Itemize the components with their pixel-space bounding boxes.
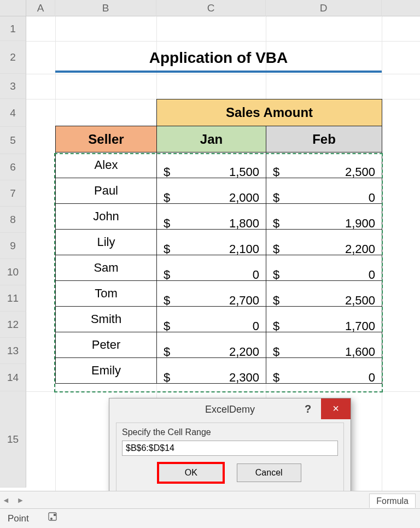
row-header-3[interactable]: 3 — [0, 74, 26, 99]
sheet-tab[interactable]: Formula — [369, 494, 416, 508]
jan-cell[interactable]: $2,000 — [157, 178, 266, 204]
row-header-12[interactable]: 12 — [0, 312, 26, 338]
feb-cell[interactable]: $1,900 — [266, 204, 382, 230]
ok-button[interactable]: OK — [159, 464, 223, 482]
row-header-5[interactable]: 5 — [0, 127, 26, 154]
table-row: Sam$0$0 — [56, 255, 382, 281]
macro-record-icon[interactable] — [48, 509, 59, 528]
row-header-1[interactable]: 1 — [0, 16, 26, 41]
table-row: Lily$2,100$2,200 — [56, 230, 382, 255]
status-mode: Point — [8, 513, 29, 524]
seller-cell[interactable]: Peter — [56, 332, 157, 358]
cell-range-input[interactable] — [122, 441, 338, 456]
sheet-tab-bar: ◄ ► Formula — [0, 491, 420, 508]
column-header-row: A B C D — [0, 0, 420, 16]
row-header-13[interactable]: 13 — [0, 338, 26, 364]
feb-cell[interactable]: $2,200 — [266, 230, 382, 255]
table-row: John$1,800$1,900 — [56, 204, 382, 230]
seller-cell[interactable]: Alex — [56, 152, 157, 178]
select-all-corner[interactable] — [0, 0, 26, 16]
input-dialog: ExcelDemy ? × Specify the Cell Range OK … — [109, 398, 351, 498]
row-header-9[interactable]: 9 — [0, 233, 26, 259]
svg-rect-2 — [54, 514, 56, 516]
seller-cell[interactable]: Smith — [56, 307, 157, 332]
seller-cell[interactable]: Sam — [56, 255, 157, 281]
seller-cell[interactable]: Tom — [56, 281, 157, 307]
feb-cell[interactable]: $0 — [266, 255, 382, 281]
table-row: Emily$2,300$0 — [56, 358, 382, 384]
svg-point-1 — [50, 518, 52, 520]
cancel-button[interactable]: Cancel — [237, 464, 301, 482]
dialog-close-button[interactable]: × — [321, 398, 351, 419]
table-row: Smith$0$1,700 — [56, 307, 382, 332]
header-seller: Seller — [56, 126, 157, 152]
row-header-4[interactable]: 4 — [0, 99, 26, 127]
col-header-B[interactable]: B — [55, 0, 156, 16]
sheet-nav-next-icon[interactable]: ► — [14, 491, 26, 509]
row-header-14[interactable]: 14 — [0, 364, 26, 391]
seller-cell[interactable]: Emily — [56, 358, 157, 384]
feb-cell[interactable]: $1,700 — [266, 307, 382, 332]
jan-cell[interactable]: $1,800 — [157, 204, 266, 230]
seller-cell[interactable]: John — [56, 204, 157, 230]
col-header-D[interactable]: D — [266, 0, 382, 16]
col-header-A[interactable]: A — [26, 0, 55, 16]
table-row: Peter$2,200$1,600 — [56, 332, 382, 358]
row-header-10[interactable]: 10 — [0, 259, 26, 285]
feb-cell[interactable]: $2,500 — [266, 281, 382, 307]
dialog-title: ExcelDemy ? × — [109, 398, 351, 420]
jan-cell[interactable]: $2,200 — [157, 332, 266, 358]
data-table: Sales Amount Seller Jan Feb Alex$1,500$2… — [55, 99, 382, 384]
row-header-8[interactable]: 8 — [0, 207, 26, 233]
dialog-label: Specify the Cell Range — [122, 427, 338, 437]
header-feb: Feb — [266, 126, 382, 152]
jan-cell[interactable]: $1,500 — [157, 152, 266, 178]
header-jan: Jan — [157, 126, 266, 152]
seller-cell[interactable]: Paul — [56, 178, 157, 204]
row-header-15[interactable]: 15 — [0, 391, 26, 488]
seller-cell[interactable]: Lily — [56, 230, 157, 255]
jan-cell[interactable]: $0 — [157, 307, 266, 332]
feb-cell[interactable]: $0 — [266, 178, 382, 204]
table-row: Alex$1,500$2,500 — [56, 152, 382, 178]
feb-cell[interactable]: $2,500 — [266, 152, 382, 178]
feb-cell[interactable]: $0 — [266, 358, 382, 384]
title-underline — [55, 71, 382, 73]
jan-cell[interactable]: $2,300 — [157, 358, 266, 384]
row-header-6[interactable]: 6 — [0, 154, 26, 180]
dialog-help-button[interactable]: ? — [297, 398, 319, 419]
page-title: Application of VBA — [55, 49, 382, 67]
header-sales-amount: Sales Amount — [157, 99, 382, 126]
jan-cell[interactable]: $0 — [157, 255, 266, 281]
status-bar: Point — [0, 508, 420, 528]
table-row: Tom$2,700$2,500 — [56, 281, 382, 307]
row-header-11[interactable]: 11 — [0, 285, 26, 312]
jan-cell[interactable]: $2,100 — [157, 230, 266, 255]
row-header-7[interactable]: 7 — [0, 180, 26, 207]
table-row: Paul$2,000$0 — [56, 178, 382, 204]
worksheet-grid[interactable]: A B C D 1 2 3 4 5 6 7 8 9 10 11 12 13 14… — [0, 0, 420, 503]
row-header-2[interactable]: 2 — [0, 41, 26, 74]
col-header-C[interactable]: C — [156, 0, 266, 16]
feb-cell[interactable]: $1,600 — [266, 332, 382, 358]
sheet-nav-prev-icon[interactable]: ◄ — [0, 491, 12, 509]
jan-cell[interactable]: $2,700 — [157, 281, 266, 307]
